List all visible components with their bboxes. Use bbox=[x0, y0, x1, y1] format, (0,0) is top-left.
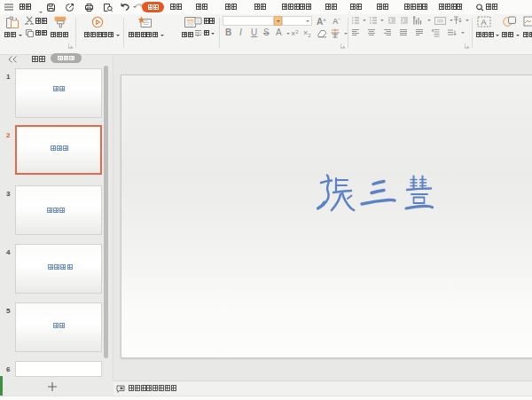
svg-text:A: A bbox=[481, 18, 487, 27]
